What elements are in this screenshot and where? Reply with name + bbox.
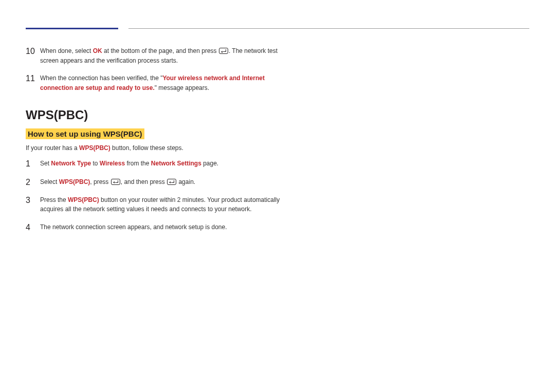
body-text: to	[91, 160, 100, 167]
step-body: Select WPS(PBC), press , and then press …	[40, 177, 293, 187]
sub-title-highlight: How to set up using WPS(PBC)	[26, 128, 144, 139]
step-item: 11When the connection has been verified,…	[26, 73, 293, 92]
body-text: again.	[177, 178, 195, 185]
body-text: , and then press	[121, 178, 166, 185]
step-number: 1	[26, 159, 40, 169]
section-title: WPS(PBC)	[26, 108, 293, 122]
emphasis-text: WPS(PBC)	[59, 178, 90, 185]
step-item: 3Press the WPS(PBC) button on your route…	[26, 195, 293, 214]
emphasis-text: WPS(PBC)	[68, 196, 99, 203]
enter-icon	[219, 48, 228, 54]
step-body: The network connection screen appears, a…	[40, 222, 293, 232]
emphasis-text: Wireless	[100, 160, 125, 167]
step-number: 10	[26, 46, 40, 56]
step-item: 10When done, select OK at the bottom of …	[26, 46, 293, 65]
step-number: 3	[26, 195, 40, 205]
body-text: at the bottom of the page, and then pres…	[102, 47, 218, 54]
body-text: If your router has a	[26, 144, 79, 152]
emphasis-text: WPS(PBC)	[79, 144, 110, 152]
body-text: When the connection has been verified, t…	[40, 74, 162, 82]
body-text: Set	[40, 160, 51, 167]
enter-icon	[167, 179, 176, 185]
body-text: , press	[90, 178, 110, 185]
emphasis-text: Network Type	[51, 160, 91, 167]
page-container: 10When done, select OK at the bottom of …	[0, 0, 555, 232]
body-text: When done, select	[40, 47, 93, 54]
step-number: 2	[26, 177, 40, 187]
header-rule	[26, 21, 529, 31]
body-text: from the	[125, 160, 151, 167]
header-divider	[128, 28, 529, 29]
steps-top-list: 10When done, select OK at the bottom of …	[26, 46, 293, 92]
body-text: button, follow these steps.	[110, 144, 183, 152]
body-text: Press the	[40, 196, 68, 203]
header-accent-bar	[26, 28, 118, 29]
emphasis-text: OK	[93, 47, 102, 54]
step-body: When done, select OK at the bottom of th…	[40, 46, 293, 65]
body-text: " message appears.	[155, 84, 209, 91]
body-text: The network connection screen appears, a…	[40, 223, 227, 231]
step-body: Set Network Type to Wireless from the Ne…	[40, 159, 293, 169]
content-column: 10When done, select OK at the bottom of …	[26, 41, 293, 232]
body-text: page.	[201, 160, 218, 167]
intro-text: If your router has a WPS(PBC) button, fo…	[26, 144, 293, 152]
emphasis-text: Network Settings	[151, 160, 201, 167]
step-number: 11	[26, 73, 40, 83]
step-item: 1Set Network Type to Wireless from the N…	[26, 159, 293, 169]
enter-icon	[111, 179, 120, 185]
steps-wps-list: 1Set Network Type to Wireless from the N…	[26, 159, 293, 232]
step-item: 2Select WPS(PBC), press , and then press…	[26, 177, 293, 187]
step-item: 4The network connection screen appears, …	[26, 222, 293, 232]
step-number: 4	[26, 222, 40, 232]
step-body: Press the WPS(PBC) button on your router…	[40, 195, 293, 214]
step-body: When the connection has been verified, t…	[40, 73, 293, 92]
body-text: Select	[40, 178, 59, 185]
